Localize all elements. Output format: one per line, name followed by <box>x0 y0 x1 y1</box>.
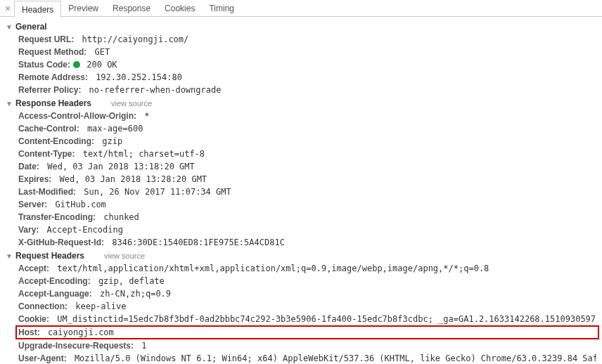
header-value: caiyongji.com <box>43 327 114 337</box>
header-name: Content-Type: <box>18 149 75 159</box>
header-row: Referrer Policy: no-referrer-when-downgr… <box>18 84 596 96</box>
section-title: Request Headers <box>15 251 84 261</box>
header-name: User-Agent: <box>18 353 67 363</box>
header-row: Accept-Language: zh-CN,zh;q=0.9 <box>18 287 596 300</box>
header-name: X-GitHub-Request-Id: <box>18 238 104 247</box>
header-name: Status Code: <box>18 60 70 70</box>
header-value: UM_distinctid=15edc7b8f3bdf-0ad2bbbc74c2… <box>52 314 596 324</box>
header-row: Request URL: http://caiyongji.com/ <box>18 33 596 46</box>
header-name: Server: <box>18 200 47 209</box>
header-row: User-Agent: Mozilla/5.0 (Windows NT 6.1;… <box>18 352 596 364</box>
header-row: Transfer-Encoding: chunked <box>18 211 596 223</box>
section-request-header[interactable]: ▼ Request Headers view source <box>6 249 596 262</box>
header-name: Referrer Policy: <box>18 85 81 95</box>
view-source-link[interactable]: view source <box>104 252 145 260</box>
header-row: Remote Address: 192.30.252.154:80 <box>18 71 596 84</box>
header-row: Upgrade-Insecure-Requests: 1 <box>18 339 596 352</box>
header-row: Server: GitHub.com <box>18 198 596 211</box>
header-row: Date: Wed, 03 Jan 2018 13:18:20 GMT <box>18 160 596 173</box>
view-source-link[interactable]: view source <box>111 99 152 108</box>
header-row: Last-Modified: Sun, 26 Nov 2017 11:07:34… <box>18 186 596 198</box>
tab-response[interactable]: Response <box>105 0 158 17</box>
header-name: Request Method: <box>18 47 87 57</box>
section-response-header[interactable]: ▼ Response Headers view source <box>6 96 596 110</box>
header-value: * <box>139 111 149 121</box>
header-value: Wed, 03 Jan 2018 13:28:20 GMT <box>54 174 207 184</box>
request-header-list: Accept: text/html,application/xhtml+xml,… <box>6 262 596 364</box>
tab-cookies[interactable]: Cookies <box>158 0 202 17</box>
header-value: Mozilla/5.0 (Windows NT 6.1; Win64; x64)… <box>70 353 596 363</box>
header-name: Expires: <box>18 174 51 184</box>
header-row: Request Method: GET <box>18 46 596 58</box>
header-name: Upgrade-Insecure-Requests: <box>18 341 134 351</box>
header-value: 200 OK <box>73 60 117 70</box>
header-row: Content-Type: text/html; charset=utf-8 <box>18 148 596 160</box>
tab-bar: × HeadersPreviewResponseCookiesTiming <box>0 0 602 17</box>
header-row: Connection: keep-alive <box>18 300 596 313</box>
header-value: 8346:30DE:1540ED8:1FE975E:5A4CD81C <box>107 238 285 247</box>
header-name: Cache-Control: <box>18 124 79 134</box>
header-row: Cache-Control: max-age=600 <box>18 122 596 135</box>
header-value: Accept-Encoding <box>41 225 123 235</box>
header-name: Host: <box>18 327 40 337</box>
tab-preview[interactable]: Preview <box>61 0 105 17</box>
headers-panel: ▼ General Request URL: http://caiyongji.… <box>0 17 602 364</box>
header-value: gzip <box>97 136 122 146</box>
header-row: Status Code: 200 OK <box>18 58 596 71</box>
header-value: max-age=600 <box>82 124 143 134</box>
response-header-list: Access-Control-Allow-Origin: *Cache-Cont… <box>6 110 596 249</box>
header-name: Request URL: <box>18 34 74 44</box>
header-row: X-GitHub-Request-Id: 8346:30DE:1540ED8:1… <box>18 236 596 249</box>
header-value: zh-CN,zh;q=0.9 <box>95 289 171 299</box>
header-name: Accept-Language: <box>18 289 92 299</box>
header-value: Sun, 26 Nov 2017 11:07:34 GMT <box>79 187 231 197</box>
header-name: Accept-Encoding: <box>18 276 91 286</box>
header-value: text/html,application/xhtml+xml,applicat… <box>52 264 489 273</box>
header-row: Vary: Accept-Encoding <box>18 223 596 236</box>
general-header-list: Request URL: http://caiyongji.com/Reques… <box>6 33 596 96</box>
header-name: Access-Control-Allow-Origin: <box>18 111 136 121</box>
header-row: Access-Control-Allow-Origin: * <box>18 110 596 122</box>
header-value: no-referrer-when-downgrade <box>84 85 221 95</box>
header-name: Content-Encoding: <box>18 136 94 146</box>
header-value: keep-alive <box>70 301 126 311</box>
triangle-down-icon: ▼ <box>6 23 13 31</box>
header-row: Accept: text/html,application/xhtml+xml,… <box>18 262 596 275</box>
header-name: Remote Address: <box>18 72 88 82</box>
close-icon[interactable]: × <box>1 4 14 13</box>
header-value: 192.30.252.154:80 <box>91 72 182 82</box>
triangle-down-icon: ▼ <box>6 100 13 108</box>
header-row: Expires: Wed, 03 Jan 2018 13:28:20 GMT <box>18 173 596 186</box>
header-value: GitHub.com <box>50 200 105 209</box>
header-name: Vary: <box>18 225 39 235</box>
header-value: 1 <box>136 341 146 351</box>
header-name: Date: <box>18 162 39 171</box>
status-dot-icon <box>73 61 80 68</box>
header-name: Connection: <box>18 301 68 311</box>
triangle-down-icon: ▼ <box>6 252 13 260</box>
header-row: Host: caiyongji.com <box>15 325 599 339</box>
header-name: Accept: <box>18 264 49 273</box>
header-row: Accept-Encoding: gzip, deflate <box>18 275 596 287</box>
header-row: Cookie: UM_distinctid=15edc7b8f3bdf-0ad2… <box>18 313 596 325</box>
header-name: Last-Modified: <box>18 187 76 197</box>
section-title: General <box>15 22 47 32</box>
header-value: Wed, 03 Jan 2018 13:18:20 GMT <box>42 162 195 171</box>
tab-headers[interactable]: Headers <box>14 1 61 18</box>
header-value: GET <box>89 47 110 57</box>
header-value: gzip, deflate <box>94 276 165 286</box>
section-general-header[interactable]: ▼ General <box>6 20 596 33</box>
header-value: text/html; charset=utf-8 <box>77 149 205 159</box>
header-name: Cookie: <box>18 314 49 324</box>
section-title: Response Headers <box>15 98 91 108</box>
header-name: Transfer-Encoding: <box>18 212 96 222</box>
header-value: http://caiyongji.com/ <box>77 34 188 44</box>
tab-timing[interactable]: Timing <box>202 0 241 17</box>
header-row: Content-Encoding: gzip <box>18 135 596 148</box>
header-value: chunked <box>98 212 139 222</box>
